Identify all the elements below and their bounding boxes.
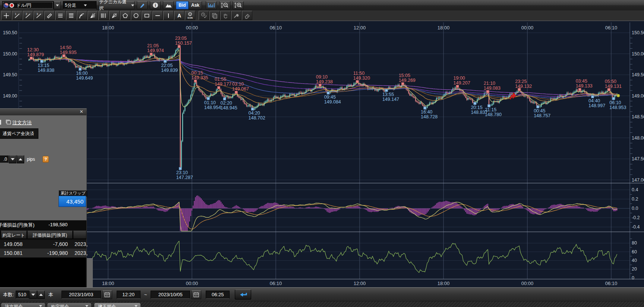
fib-timezone-tool-button[interactable]: [98, 11, 109, 20]
panel-title-bar[interactable]: ✕: [0, 108, 86, 115]
time-from-input[interactable]: 12:20: [117, 291, 141, 299]
svg-text:22:05: 22:05: [161, 63, 173, 68]
svg-text:149.083: 149.083: [484, 86, 501, 91]
polygon-tool-button[interactable]: [120, 11, 130, 20]
volume-chart-button[interactable]: [206, 1, 217, 9]
svg-text:2: 2: [26, 13, 27, 15]
bid-toggle[interactable]: Bid: [176, 1, 189, 9]
svg-text:0.2: 0.2: [632, 196, 638, 202]
svg-text:149.50: 149.50: [3, 72, 17, 77]
tab-execution-inquiry[interactable]: 約定照会: [47, 303, 92, 307]
horizontal-line-tool-button[interactable]: [152, 11, 163, 20]
calendar-to-button[interactable]: [191, 290, 201, 299]
svg-text:148.953: 148.953: [609, 105, 626, 110]
col-header-extra[interactable]: [73, 231, 86, 239]
bar-count-up-button[interactable]: [37, 291, 45, 299]
date-from-input[interactable]: 2023/10/03: [61, 291, 101, 299]
trend-fan-icon: [111, 12, 118, 19]
svg-text:00:00: 00:00: [521, 25, 534, 31]
eraser-button: [242, 11, 252, 20]
svg-text:148.945: 148.945: [221, 105, 237, 111]
icon-stamp-tool-button[interactable]: ICON: [185, 11, 195, 20]
close-all-pair-tab[interactable]: 通貨ペア全決済: [0, 128, 38, 139]
calendar-icon: [193, 292, 199, 297]
pips-input[interactable]: .0: [0, 156, 9, 163]
pips-label: pips: [27, 157, 35, 162]
technical-select-button[interactable]: テクニカル選択: [99, 1, 135, 9]
apply-range-button[interactable]: [235, 290, 251, 300]
svg-text:148.757: 148.757: [534, 113, 550, 118]
tab-order-inquiry[interactable]: 注文照会: [1, 303, 45, 307]
svg-text:03:45: 03:45: [576, 79, 587, 84]
calendar-icon: [104, 292, 110, 297]
order-method-link[interactable]: 注文方法: [7, 119, 32, 126]
top-toolbar: ドル/円 5分足 テクニカル選択 i Bid Ask: [0, 0, 644, 10]
ask-label: Ask: [191, 3, 199, 8]
time-to-input[interactable]: 06:25: [206, 291, 230, 299]
close-icon[interactable]: ✕: [79, 109, 84, 115]
currency-pair-select[interactable]: ドル/円: [2, 1, 54, 9]
pair-dropdown-button[interactable]: [54, 1, 61, 9]
zoom-in-button[interactable]: [233, 1, 244, 9]
svg-text:0: 0: [632, 275, 634, 281]
tab-position-inquiry[interactable]: 建玉照会: [94, 303, 141, 307]
trend-fan-tool-button[interactable]: [109, 11, 120, 20]
text-tool-button[interactable]: A: [174, 11, 184, 20]
pips-up-button[interactable]: [17, 155, 24, 163]
zoom-out-button[interactable]: [219, 1, 230, 9]
rectangle-tool-button[interactable]: [142, 11, 152, 20]
swing-low-marker: [537, 105, 539, 108]
svg-text:149.879: 149.879: [27, 52, 44, 57]
crosshair-tool-button[interactable]: [1, 11, 12, 20]
calendar-from-button[interactable]: [102, 290, 112, 299]
fib-arc-tool-button[interactable]: [77, 11, 87, 20]
ellipse-tool-button[interactable]: [131, 11, 141, 20]
svg-text:21:15: 21:15: [485, 107, 496, 112]
vertical-line-tool-button[interactable]: [163, 11, 174, 20]
pips-down-button[interactable]: [9, 155, 16, 163]
history-undo-icon: [200, 12, 208, 19]
col-header-pl[interactable]: 評価損益(円換算): [27, 231, 73, 239]
us-flag-icon: [4, 3, 9, 8]
bar-count-input[interactable]: 510: [16, 291, 29, 299]
swing-low-marker: [424, 107, 426, 109]
mountain-chart-icon: [165, 2, 172, 9]
bid-label: Bid: [179, 3, 186, 8]
svg-text:147.50: 147.50: [632, 156, 644, 162]
svg-text:16:00: 16:00: [76, 71, 88, 76]
ruler-tool-button[interactable]: [44, 11, 55, 20]
date-to-input[interactable]: 2023/10/05: [151, 291, 190, 299]
draw-pencil-button[interactable]: [137, 1, 148, 9]
svg-text:11:50: 11:50: [353, 71, 364, 76]
chart-area[interactable]: 150.50150.50150.00150.00149.50149.50149.…: [0, 20, 644, 287]
help-button[interactable]: ?: [42, 156, 49, 163]
info-button[interactable]: i: [150, 1, 161, 9]
timeframe-select[interactable]: 5分足: [63, 1, 97, 9]
fib-extension-tool-button[interactable]: [66, 11, 76, 20]
cell-pl: -190,980: [0, 249, 68, 258]
bar-count-down-button[interactable]: [29, 291, 37, 299]
trendline3-tool-button[interactable]: 3: [34, 11, 44, 20]
ask-toggle[interactable]: Ask: [189, 1, 202, 9]
svg-text:149.838: 149.838: [38, 68, 54, 73]
fib-fan-tool-button[interactable]: [88, 11, 98, 20]
chart-window: ドル/円 5分足 テクニカル選択 i Bid Ask: [0, 0, 644, 307]
col-header-rate[interactable]: 約定レート: [1, 231, 27, 239]
table-row[interactable]: 150.081 -190,980 2023,: [0, 249, 86, 258]
trendline1-tool-button[interactable]: 1: [12, 11, 22, 20]
trendline2-tool-button[interactable]: 2: [23, 11, 33, 20]
chart-style-button[interactable]: [163, 1, 174, 9]
svg-text:60: 60: [632, 249, 637, 255]
pl-label: 評価損益(円換算): [0, 222, 35, 228]
fib-extension-icon: [68, 12, 75, 19]
table-row[interactable]: 149.058 -7,600 2023,: [0, 240, 86, 249]
svg-text:03:10: 03:10: [232, 81, 244, 87]
cell-pl: -7,600: [0, 240, 68, 249]
panel-scroll-strip[interactable]: [86, 258, 93, 288]
svg-text:01:55: 01:55: [215, 77, 226, 82]
svg-text:12:30: 12:30: [27, 47, 39, 52]
fib-retracement-tool-button[interactable]: [55, 11, 66, 20]
svg-text:40: 40: [632, 258, 637, 263]
cell-date: 2023,: [75, 249, 88, 258]
svg-text:00:15: 00:15: [191, 70, 203, 76]
